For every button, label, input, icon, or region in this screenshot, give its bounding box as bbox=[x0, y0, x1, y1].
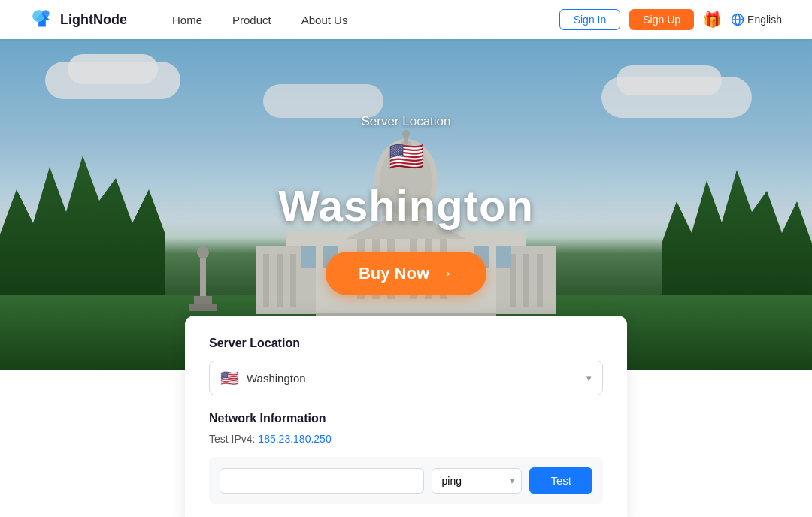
location-title: Server Location bbox=[209, 337, 603, 350]
network-info-title: Network Information bbox=[209, 412, 603, 425]
test-input[interactable] bbox=[220, 468, 424, 494]
svg-point-1 bbox=[42, 10, 50, 17]
hero-flag: 🇺🇸 bbox=[278, 140, 534, 173]
test-row: ping traceroute ▾ Test bbox=[209, 457, 603, 504]
test-type-select[interactable]: ping traceroute bbox=[432, 468, 522, 494]
location-select[interactable]: 🇺🇸 Washington ▾ bbox=[209, 361, 603, 395]
location-panel: Server Location 🇺🇸 Washington ▾ Network … bbox=[185, 316, 627, 517]
nav-home[interactable]: Home bbox=[172, 14, 202, 26]
hero-title: Washington bbox=[278, 180, 534, 231]
location-select-content: 🇺🇸 Washington bbox=[220, 369, 306, 387]
test-ipv4-label: Test IPv4: bbox=[209, 433, 255, 445]
location-name: Washington bbox=[247, 372, 306, 385]
language-label: English bbox=[747, 14, 782, 26]
nav-links: Home Product About Us bbox=[172, 14, 559, 26]
navbar: LightNode Home Product About Us Sign In … bbox=[0, 0, 812, 39]
nav-product[interactable]: Product bbox=[232, 14, 271, 26]
test-button[interactable]: Test bbox=[529, 467, 592, 494]
test-ipv4-value[interactable]: 185.23.180.250 bbox=[258, 433, 331, 445]
nav-about[interactable]: About Us bbox=[301, 14, 348, 26]
location-flag: 🇺🇸 bbox=[220, 369, 239, 387]
globe-icon bbox=[731, 13, 744, 26]
test-ipv4-row: Test IPv4: 185.23.180.250 bbox=[209, 433, 603, 445]
test-select-wrapper: ping traceroute ▾ bbox=[432, 468, 522, 494]
logo[interactable]: LightNode bbox=[30, 8, 127, 32]
language-selector[interactable]: English bbox=[731, 13, 782, 26]
hero-subtitle: Server Location bbox=[278, 114, 534, 129]
logo-text: LightNode bbox=[60, 12, 127, 28]
signup-button[interactable]: Sign Up bbox=[629, 9, 694, 30]
chevron-down-icon: ▾ bbox=[586, 373, 592, 384]
buy-now-label: Buy Now bbox=[359, 264, 429, 283]
nav-actions: Sign In Sign Up 🎁 English bbox=[559, 9, 782, 30]
hero-content: Server Location 🇺🇸 Washington Buy Now → bbox=[278, 114, 534, 295]
signin-button[interactable]: Sign In bbox=[559, 9, 621, 30]
gift-icon[interactable]: 🎁 bbox=[703, 11, 722, 29]
buy-now-button[interactable]: Buy Now → bbox=[326, 252, 486, 295]
arrow-icon: → bbox=[437, 264, 453, 283]
